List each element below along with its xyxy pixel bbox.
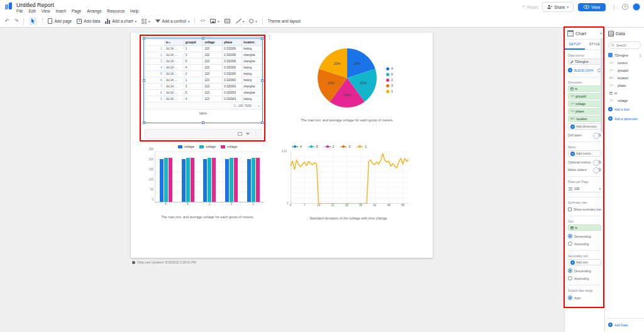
table-chart-widget[interactable]: ⋮ ts▾groupidvoltagephaselocation 1.Jul 1… xyxy=(145,39,262,115)
field-phase[interactable]: 123phase xyxy=(605,82,644,89)
help-icon[interactable]: ? xyxy=(622,4,628,10)
bar-voltage[interactable] xyxy=(160,159,164,202)
scrollbar[interactable] xyxy=(601,38,602,132)
summary-row-checkbox[interactable] xyxy=(568,208,572,211)
add-shape-button[interactable]: ▾ xyxy=(249,19,257,23)
bar-voltage[interactable] xyxy=(225,159,229,202)
chart-preview-icon[interactable] xyxy=(238,132,242,136)
more-options-icon[interactable]: ⋮ xyxy=(610,4,618,10)
add-data-button[interactable]: Add Data xyxy=(605,318,644,327)
bar-voltage[interactable] xyxy=(234,158,238,202)
menu-edit[interactable]: Edit xyxy=(28,9,35,13)
ascending-radio[interactable] xyxy=(568,241,572,246)
descending-radio[interactable] xyxy=(568,234,572,238)
reset-button[interactable]: ↶Reset xyxy=(522,4,538,9)
menu-resource[interactable]: Resource xyxy=(107,9,125,13)
menu-page[interactable]: Page xyxy=(72,9,81,13)
field-current[interactable]: 123current xyxy=(605,59,644,67)
bar-voltage[interactable] xyxy=(252,158,255,202)
optional-metrics-toggle[interactable] xyxy=(594,160,601,164)
add-field-link[interactable]: Add a field xyxy=(605,104,644,114)
bar-voltage[interactable] xyxy=(230,158,233,202)
theme-layout-button[interactable]: Theme and layout xyxy=(268,19,301,23)
metric-sliders-toggle[interactable] xyxy=(594,168,601,172)
line-chart-widget[interactable]: 45231 0.01 0 0714212835424956 Standard d… xyxy=(282,145,415,220)
column-header-phase[interactable]: phase xyxy=(223,40,242,46)
add-page-button[interactable]: Add page xyxy=(48,18,72,24)
bar-voltage[interactable] xyxy=(169,158,172,202)
menu-view[interactable]: View xyxy=(42,9,50,13)
add-parameter-link[interactable]: Add a parameter xyxy=(605,114,644,123)
blend-data-link[interactable]: BLEND DATA xyxy=(568,68,601,72)
add-dimension-button[interactable]: Add dimension xyxy=(568,123,601,130)
bar-voltage[interactable] xyxy=(256,158,260,202)
community-visualizations-button[interactable]: ▾ xyxy=(142,19,150,24)
dimension-chip-phase[interactable]: 123phase xyxy=(568,108,601,114)
menu-help[interactable]: Help xyxy=(130,9,138,13)
resize-handle[interactable] xyxy=(261,121,264,124)
add-control-button[interactable]: Add a control▾ xyxy=(155,19,190,23)
data-source-row[interactable]: TDengine ▴▾ xyxy=(605,51,644,59)
chart-menu-icon[interactable]: ⋮ xyxy=(267,34,272,39)
dimension-chip-ts[interactable]: ts xyxy=(568,86,601,92)
column-header-location[interactable]: location xyxy=(242,40,262,46)
previous-page-icon[interactable]: ‹ xyxy=(254,104,255,108)
column-header-ts[interactable]: ts▾ xyxy=(164,40,184,46)
bar-voltage[interactable] xyxy=(186,158,190,202)
data-source-chip[interactable]: TDengine xyxy=(568,58,601,65)
menu-file[interactable]: File xyxy=(16,9,23,13)
dimension-chip-location[interactable]: ABClocation xyxy=(568,116,601,122)
add-image-button[interactable]: ▾ xyxy=(210,19,219,23)
avatar[interactable] xyxy=(633,3,640,11)
embed-url-icon[interactable]: <> xyxy=(200,19,205,23)
drill-down-toggle[interactable] xyxy=(594,133,601,137)
rows-per-page-select[interactable]: 100 ▾ xyxy=(568,185,601,192)
ascending-radio[interactable] xyxy=(568,276,572,280)
resize-handle[interactable] xyxy=(143,121,145,124)
field-voltage[interactable]: 123voltage xyxy=(605,97,644,104)
bar-voltage[interactable] xyxy=(212,158,216,202)
menu-arrange[interactable]: Arrange xyxy=(87,9,101,13)
auto-radio[interactable] xyxy=(568,296,572,300)
redo-icon[interactable]: ↷ xyxy=(14,18,19,24)
field-search[interactable] xyxy=(608,42,641,49)
more-icon[interactable]: ⋮ xyxy=(253,131,258,136)
field-groupid[interactable]: 123groupid xyxy=(605,67,644,74)
text-box-icon[interactable] xyxy=(225,19,230,23)
add-sort-button[interactable]: Add sort xyxy=(568,259,601,265)
resize-handle[interactable] xyxy=(202,121,204,124)
collapse-all-icon[interactable]: ▴▾ xyxy=(640,53,641,57)
add-data-button[interactable]: +Add data xyxy=(77,19,100,24)
report-canvas[interactable]: ⋮ ts▾groupidvoltagephaselocation 1.Jul 1… xyxy=(131,33,433,258)
add-metric-button[interactable]: Add metric xyxy=(568,150,601,157)
column-header-groupid[interactable]: groupid xyxy=(184,40,203,46)
add-chart-button[interactable]: Add a chart▾ xyxy=(105,19,136,24)
bar-voltage[interactable] xyxy=(208,158,211,202)
filter-icon[interactable] xyxy=(246,133,250,135)
dimension-chip-groupid[interactable]: 123groupid xyxy=(568,93,601,99)
view-button[interactable]: View xyxy=(578,3,606,11)
bar-voltage[interactable] xyxy=(182,159,186,202)
next-page-icon[interactable]: › xyxy=(258,104,259,108)
line-series-1[interactable] xyxy=(291,153,409,204)
bar-chart-widget[interactable]: voltagevoltagevoltage 050100150200250 45… xyxy=(145,145,270,219)
sort-field-chip[interactable]: ts xyxy=(568,224,601,231)
menu-insert[interactable]: Insert xyxy=(56,9,66,13)
bar-voltage[interactable] xyxy=(203,159,207,202)
field-location[interactable]: ABClocation xyxy=(605,74,644,82)
add-line-button[interactable]: ▾ xyxy=(235,18,245,24)
column-header-voltage[interactable]: voltage xyxy=(203,40,223,46)
share-button[interactable]: Share▾ xyxy=(542,2,574,12)
undo-icon[interactable]: ↶ xyxy=(5,18,9,24)
search-input[interactable] xyxy=(616,43,638,47)
chart-type-header[interactable]: Chart ▾ xyxy=(565,28,604,40)
bar-voltage[interactable] xyxy=(247,159,251,202)
field-ts[interactable]: ts xyxy=(605,89,644,97)
tab-setup[interactable]: SETUP xyxy=(565,40,585,50)
report-title[interactable]: Untitled Report xyxy=(16,2,54,8)
bar-voltage[interactable] xyxy=(191,158,194,202)
dimension-chip-voltage[interactable]: 123voltage xyxy=(568,101,601,107)
descending-radio[interactable] xyxy=(568,268,572,273)
select-cursor-button[interactable] xyxy=(29,17,37,25)
bar-voltage[interactable] xyxy=(164,158,168,202)
